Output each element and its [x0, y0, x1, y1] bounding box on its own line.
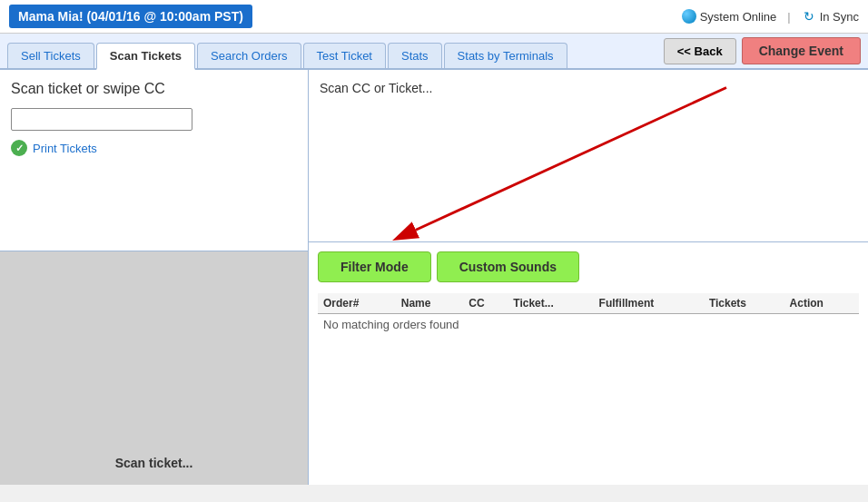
tab-test-ticket[interactable]: Test Ticket — [303, 43, 386, 68]
scan-prompt: Scan CC or Ticket... — [320, 81, 857, 95]
col-name: Name — [396, 293, 464, 314]
sync-status: ↻ In Sync — [802, 9, 859, 24]
right-top-section: Scan CC or Ticket... — [309, 70, 868, 242]
sync-status-label: In Sync — [820, 10, 859, 24]
arrow-overlay — [309, 79, 868, 251]
top-bar: Mama Mia! (04/01/16 @ 10:00am PST) Syste… — [0, 0, 868, 34]
col-fulfillment: Fulfillment — [594, 293, 704, 314]
filter-mode-button[interactable]: Filter Mode — [318, 251, 431, 282]
right-panel: Scan CC or Ticket... Filter Mode Custom … — [309, 70, 868, 485]
scan-input[interactable] — [11, 108, 192, 131]
tab-stats-by-terminals[interactable]: Stats by Terminals — [444, 43, 567, 68]
print-tickets-button[interactable]: ✓ Print Tickets — [11, 140, 297, 156]
col-ticket: Ticket... — [508, 293, 593, 314]
col-order: Order# — [318, 293, 396, 314]
checkmark-icon: ✓ — [11, 140, 27, 156]
system-status: System Online — [682, 9, 777, 24]
arrow-svg — [309, 79, 868, 251]
col-tickets: Tickets — [704, 293, 784, 314]
svg-line-1 — [416, 88, 726, 231]
status-divider: | — [787, 10, 790, 24]
scan-area: Scan ticket... — [0, 251, 308, 485]
change-event-button[interactable]: Change Event — [742, 37, 861, 64]
no-orders-message: No matching orders found — [318, 314, 859, 336]
nav-buttons: << Back Change Event — [664, 37, 861, 68]
sync-icon: ↻ — [802, 9, 816, 24]
table-row: No matching orders found — [318, 314, 859, 336]
col-cc: CC — [463, 293, 508, 314]
tab-scan-tickets[interactable]: Scan Tickets — [96, 43, 195, 70]
system-status-label: System Online — [700, 10, 777, 24]
scan-title: Scan ticket or swipe CC — [11, 81, 297, 97]
tab-stats[interactable]: Stats — [388, 43, 442, 68]
tab-search-orders[interactable]: Search Orders — [197, 43, 301, 68]
header-right: System Online | ↻ In Sync — [682, 9, 859, 24]
table-header-row: Order# Name CC Ticket... Fulfillment Tic… — [318, 293, 859, 314]
right-bottom-section: Filter Mode Custom Sounds Order# Name CC… — [309, 242, 868, 485]
action-buttons: Filter Mode Custom Sounds — [318, 251, 859, 282]
tab-sell-tickets[interactable]: Sell Tickets — [7, 43, 94, 68]
main-content: Scan ticket or swipe CC ✓ Print Tickets … — [0, 70, 868, 485]
back-button[interactable]: << Back — [664, 38, 736, 64]
left-panel: Scan ticket or swipe CC ✓ Print Tickets … — [0, 70, 309, 485]
tabs-container: Sell Tickets Scan Tickets Search Orders … — [7, 37, 567, 68]
nav-row: Sell Tickets Scan Tickets Search Orders … — [0, 34, 868, 70]
system-online-icon — [682, 9, 696, 24]
orders-table: Order# Name CC Ticket... Fulfillment Tic… — [318, 293, 859, 335]
col-action: Action — [784, 293, 859, 314]
scan-ticket-label: Scan ticket... — [115, 456, 193, 470]
print-tickets-label: Print Tickets — [33, 142, 97, 155]
left-top-section: Scan ticket or swipe CC ✓ Print Tickets — [0, 70, 308, 251]
custom-sounds-button[interactable]: Custom Sounds — [437, 251, 579, 282]
event-title: Mama Mia! (04/01/16 @ 10:00am PST) — [9, 5, 252, 28]
